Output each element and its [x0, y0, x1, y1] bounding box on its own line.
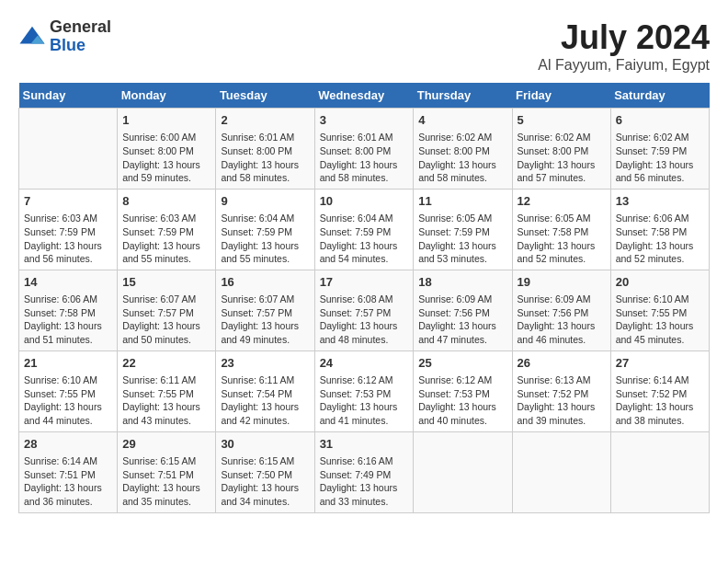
calendar-cell: 28Sunrise: 6:14 AM Sunset: 7:51 PM Dayli…: [19, 431, 118, 512]
day-number: 12: [518, 193, 606, 210]
calendar-cell: 21Sunrise: 6:10 AM Sunset: 7:55 PM Dayli…: [19, 350, 118, 431]
day-number: 24: [320, 355, 409, 372]
day-number: 2: [221, 112, 309, 129]
day-number: 28: [24, 436, 112, 453]
day-info: Sunrise: 6:11 AM Sunset: 7:55 PM Dayligh…: [122, 373, 210, 428]
calendar-location: Al Fayyum, Faiyum, Egypt: [538, 57, 710, 74]
day-number: 27: [616, 355, 704, 372]
day-info: Sunrise: 6:06 AM Sunset: 7:58 PM Dayligh…: [616, 212, 704, 266]
day-info: Sunrise: 6:05 AM Sunset: 7:59 PM Dayligh…: [418, 212, 506, 266]
day-info: Sunrise: 6:14 AM Sunset: 7:51 PM Dayligh…: [24, 454, 112, 509]
calendar-cell: [414, 431, 512, 512]
day-info: Sunrise: 6:12 AM Sunset: 7:53 PM Dayligh…: [418, 373, 506, 428]
title-block: July 2024 Al Fayyum, Faiyum, Egypt: [538, 18, 710, 74]
logo: General Blue: [18, 18, 111, 55]
day-info: Sunrise: 6:12 AM Sunset: 7:53 PM Dayligh…: [320, 373, 409, 428]
calendar-cell: 7Sunrise: 6:03 AM Sunset: 7:59 PM Daylig…: [19, 189, 118, 270]
calendar-week-1: 1Sunrise: 6:00 AM Sunset: 8:00 PM Daylig…: [19, 109, 710, 190]
day-number: 26: [518, 355, 606, 372]
calendar-cell: 14Sunrise: 6:06 AM Sunset: 7:58 PM Dayli…: [19, 270, 118, 350]
day-number: 23: [221, 355, 309, 372]
calendar-title: July 2024: [538, 18, 710, 57]
calendar-cell: 12Sunrise: 6:05 AM Sunset: 7:58 PM Dayli…: [512, 189, 610, 270]
header-monday: Monday: [118, 83, 216, 109]
day-info: Sunrise: 6:04 AM Sunset: 7:59 PM Dayligh…: [320, 212, 409, 266]
calendar-cell: 22Sunrise: 6:11 AM Sunset: 7:55 PM Dayli…: [118, 350, 216, 431]
calendar-cell: 23Sunrise: 6:11 AM Sunset: 7:54 PM Dayli…: [216, 350, 314, 431]
day-number: 25: [418, 355, 506, 372]
calendar-cell: 27Sunrise: 6:14 AM Sunset: 7:52 PM Dayli…: [610, 350, 709, 431]
day-info: Sunrise: 6:15 AM Sunset: 7:50 PM Dayligh…: [221, 454, 309, 509]
day-info: Sunrise: 6:14 AM Sunset: 7:52 PM Dayligh…: [616, 373, 704, 428]
calendar-cell: 11Sunrise: 6:05 AM Sunset: 7:59 PM Dayli…: [414, 189, 512, 270]
calendar-cell: 6Sunrise: 6:02 AM Sunset: 7:59 PM Daylig…: [610, 109, 709, 190]
day-number: 4: [418, 112, 506, 129]
day-info: Sunrise: 6:11 AM Sunset: 7:54 PM Dayligh…: [221, 373, 309, 428]
day-info: Sunrise: 6:02 AM Sunset: 7:59 PM Dayligh…: [616, 131, 704, 185]
calendar-cell: [512, 431, 610, 512]
calendar-cell: [610, 431, 709, 512]
day-number: 30: [221, 436, 309, 453]
day-info: Sunrise: 6:06 AM Sunset: 7:58 PM Dayligh…: [24, 293, 112, 347]
calendar-week-4: 21Sunrise: 6:10 AM Sunset: 7:55 PM Dayli…: [19, 350, 710, 431]
day-info: Sunrise: 6:09 AM Sunset: 7:56 PM Dayligh…: [518, 293, 606, 347]
day-info: Sunrise: 6:01 AM Sunset: 8:00 PM Dayligh…: [221, 131, 309, 185]
day-info: Sunrise: 6:03 AM Sunset: 7:59 PM Dayligh…: [122, 212, 210, 266]
calendar-cell: 25Sunrise: 6:12 AM Sunset: 7:53 PM Dayli…: [414, 350, 512, 431]
day-number: 13: [616, 193, 704, 210]
header-thursday: Thursday: [414, 83, 512, 109]
day-info: Sunrise: 6:03 AM Sunset: 7:59 PM Dayligh…: [24, 212, 112, 266]
day-number: 19: [518, 274, 606, 291]
calendar-cell: [19, 109, 118, 190]
calendar-header-row: SundayMondayTuesdayWednesdayThursdayFrid…: [19, 83, 710, 109]
day-number: 29: [122, 436, 210, 453]
day-number: 31: [320, 436, 409, 453]
day-number: 8: [122, 193, 210, 210]
calendar-cell: 13Sunrise: 6:06 AM Sunset: 7:58 PM Dayli…: [610, 189, 709, 270]
day-info: Sunrise: 6:02 AM Sunset: 8:00 PM Dayligh…: [518, 131, 606, 185]
day-number: 20: [616, 274, 704, 291]
calendar-cell: 30Sunrise: 6:15 AM Sunset: 7:50 PM Dayli…: [216, 431, 314, 512]
calendar-cell: 17Sunrise: 6:08 AM Sunset: 7:57 PM Dayli…: [314, 270, 414, 350]
day-number: 18: [418, 274, 506, 291]
day-number: 11: [418, 193, 506, 210]
day-info: Sunrise: 6:10 AM Sunset: 7:55 PM Dayligh…: [24, 373, 112, 428]
calendar-table: SundayMondayTuesdayWednesdayThursdayFrid…: [18, 83, 710, 513]
day-number: 17: [320, 274, 409, 291]
day-number: 1: [122, 112, 210, 129]
header-wednesday: Wednesday: [314, 83, 414, 109]
day-info: Sunrise: 6:02 AM Sunset: 8:00 PM Dayligh…: [418, 131, 506, 185]
day-info: Sunrise: 6:05 AM Sunset: 7:58 PM Dayligh…: [518, 212, 606, 266]
logo-icon: [18, 23, 46, 51]
calendar-cell: 20Sunrise: 6:10 AM Sunset: 7:55 PM Dayli…: [610, 270, 709, 350]
calendar-week-3: 14Sunrise: 6:06 AM Sunset: 7:58 PM Dayli…: [19, 270, 710, 350]
calendar-cell: 4Sunrise: 6:02 AM Sunset: 8:00 PM Daylig…: [414, 109, 512, 190]
day-number: 14: [24, 274, 112, 291]
day-info: Sunrise: 6:10 AM Sunset: 7:55 PM Dayligh…: [616, 293, 704, 347]
day-info: Sunrise: 6:16 AM Sunset: 7:49 PM Dayligh…: [320, 454, 409, 509]
header-friday: Friday: [512, 83, 610, 109]
calendar-cell: 5Sunrise: 6:02 AM Sunset: 8:00 PM Daylig…: [512, 109, 610, 190]
page-header: General Blue July 2024 Al Fayyum, Faiyum…: [18, 18, 710, 74]
calendar-cell: 29Sunrise: 6:15 AM Sunset: 7:51 PM Dayli…: [118, 431, 216, 512]
day-number: 21: [24, 355, 112, 372]
calendar-cell: 26Sunrise: 6:13 AM Sunset: 7:52 PM Dayli…: [512, 350, 610, 431]
calendar-cell: 9Sunrise: 6:04 AM Sunset: 7:59 PM Daylig…: [216, 189, 314, 270]
header-sunday: Sunday: [19, 83, 118, 109]
day-info: Sunrise: 6:15 AM Sunset: 7:51 PM Dayligh…: [122, 454, 210, 509]
day-number: 16: [221, 274, 309, 291]
calendar-cell: 31Sunrise: 6:16 AM Sunset: 7:49 PM Dayli…: [314, 431, 414, 512]
day-number: 15: [122, 274, 210, 291]
calendar-cell: 24Sunrise: 6:12 AM Sunset: 7:53 PM Dayli…: [314, 350, 414, 431]
calendar-cell: 18Sunrise: 6:09 AM Sunset: 7:56 PM Dayli…: [414, 270, 512, 350]
calendar-cell: 8Sunrise: 6:03 AM Sunset: 7:59 PM Daylig…: [118, 189, 216, 270]
logo-blue: Blue: [50, 37, 111, 55]
logo-general: General: [50, 18, 111, 37]
calendar-cell: 1Sunrise: 6:00 AM Sunset: 8:00 PM Daylig…: [118, 109, 216, 190]
calendar-cell: 2Sunrise: 6:01 AM Sunset: 8:00 PM Daylig…: [216, 109, 314, 190]
header-tuesday: Tuesday: [216, 83, 314, 109]
calendar-cell: 3Sunrise: 6:01 AM Sunset: 8:00 PM Daylig…: [314, 109, 414, 190]
day-number: 5: [518, 112, 606, 129]
day-info: Sunrise: 6:00 AM Sunset: 8:00 PM Dayligh…: [122, 131, 210, 185]
day-info: Sunrise: 6:07 AM Sunset: 7:57 PM Dayligh…: [221, 293, 309, 347]
